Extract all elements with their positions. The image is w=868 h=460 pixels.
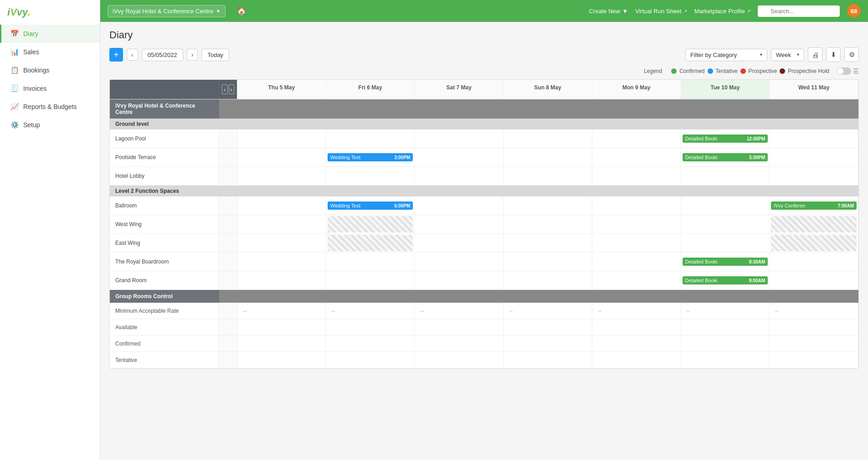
main-area: iVvy Royal Hotel & Conference Centre ▼ 🏠… [100,0,868,460]
lagoon-wed [770,129,858,148]
ballroom-sun [503,196,592,215]
search-input[interactable] [758,5,840,17]
setup-icon: ⚙️ [10,121,19,129]
ballroom-wed-event[interactable]: iVvy Conferen 7:00AM [771,202,857,210]
next-button[interactable]: › [187,49,198,61]
poolside-mon [592,148,681,166]
conf-thu [237,336,326,351]
export-button[interactable]: ⬇ [826,47,841,62]
row-index [219,271,237,289]
mar-thu: -- [237,303,326,319]
room-name-poolside: Poolside Terrace [110,148,219,166]
westwing-mon [592,215,681,233]
sales-icon: 📊 [10,48,19,56]
poolside-fri-event[interactable]: Wedding Test 3:00PM [328,153,413,161]
eastwing-sun [503,234,592,252]
sidebar-item-reports[interactable]: 📈 Reports & Budgets [0,98,100,116]
header-day-2: Sat 7 May [415,80,503,99]
sidebar-item-reports-label: Reports & Budgets [23,103,77,110]
mar-tue: -- [681,303,770,319]
westwing-fri [326,215,415,233]
boardroom-tue[interactable]: Detailed Booki 8:30AM [681,253,770,271]
lobby-thu [237,167,326,185]
virtual-run-sheet-label: Virtual Run Sheet [635,8,682,15]
marketplace-profile-label: Marketplace Profile [694,8,745,15]
today-button[interactable]: Today [201,49,229,61]
level2-fill [219,186,858,196]
create-new-link[interactable]: Create New ▼ [589,8,628,15]
header-nav-cell: ‹ › [219,80,237,99]
search-wrapper: 🔍 [758,5,840,17]
venue-selector-chevron: ▼ [216,9,221,14]
ballroom-wed[interactable]: iVvy Conferen 7:00AM [770,196,858,215]
diary-icon: 📅 [10,30,19,38]
ballroom-fri[interactable]: Wedding Test 6:00PM [326,196,415,215]
boardroom-mon [592,253,681,271]
venue-header-fill [219,99,858,119]
sidebar-item-sales-label: Sales [23,48,39,56]
mar-wed: -- [770,303,858,319]
grandroom-tue[interactable]: Detailed Booki 9:00AM [681,271,770,289]
table-row: Lagoon Pool Detailed Booki 12:00PM [110,129,858,148]
row-index [219,352,237,368]
boardroom-tue-event[interactable]: Detailed Booki 8:30AM [683,258,768,266]
venue-selector[interactable]: iVvy Royal Hotel & Conference Centre ▼ [108,5,226,17]
header-day-0: Thu 5 May [237,80,326,99]
event-time: 12:00PM [747,136,765,141]
header-label-cell [110,80,219,99]
avail-sun [503,319,592,335]
cal-next-button[interactable]: › [229,84,235,94]
print-button[interactable]: 🖨 [808,47,822,62]
lagoon-sun [503,129,592,148]
sidebar-item-diary[interactable]: 📅 Diary [0,25,100,43]
tent-fri [326,352,415,368]
add-button[interactable]: + [109,48,123,62]
marketplace-profile-link[interactable]: Marketplace Profile ↗ [694,8,750,15]
lagoon-tue[interactable]: Detailed Booki 12:00PM [681,129,770,148]
header-day-1: Fri 6 May [326,80,415,99]
user-badge[interactable]: 68 [847,4,861,18]
event-time: 8:30AM [749,259,765,264]
lagoon-tue-event[interactable]: Detailed Booki 12:00PM [683,134,768,143]
mar-sat: -- [415,303,503,319]
sidebar-item-bookings[interactable]: 📋 Bookings [0,61,100,79]
toggle-track[interactable] [837,67,851,75]
boardroom-sun [503,253,592,271]
header-day-6: Wed 11 May [770,80,858,99]
filter-select[interactable]: Filter by Category [685,49,767,61]
poolside-tue[interactable]: Detailed Booki 5:00PM [681,148,770,166]
event-time: 6:00PM [394,203,410,208]
row-index [219,319,237,335]
settings-button[interactable]: ⚙ [844,47,859,62]
eastwing-tue [681,234,770,252]
toggle-switch[interactable]: ☰ [837,67,859,75]
westwing-sat [415,215,503,233]
cal-prev-button[interactable]: ‹ [222,84,228,94]
tentative-label: Tentative [716,68,738,74]
poolside-tue-event[interactable]: Detailed Booki 5:00PM [683,153,768,161]
sidebar-item-sales[interactable]: 📊 Sales [0,43,100,61]
sidebar-item-invoices[interactable]: 🧾 Invoices [0,79,100,98]
legend-tentative: Tentative [716,68,738,74]
poolside-sat [415,148,503,166]
sidebar-item-setup[interactable]: ⚙️ Setup [0,116,100,134]
ballroom-sat [415,196,503,215]
hatched-pattern [771,235,857,251]
room-name-west-wing: West Wing [110,215,219,233]
prospective-dot [740,68,746,74]
conf-tue [681,336,770,351]
home-button[interactable]: 🏠 [233,4,250,18]
poolside-sun [503,148,592,166]
lobby-fri [326,167,415,185]
room-name-hotel-lobby: Hotel Lobby [110,167,219,185]
grandroom-tue-event[interactable]: Detailed Booki 9:00AM [683,276,768,284]
prev-button[interactable]: ‹ [127,49,138,61]
view-mode-select[interactable]: Week [771,49,804,61]
sidebar-nav: 📅 Diary 📊 Sales 📋 Bookings 🧾 Invoices 📈 … [0,25,100,134]
lobby-wed [770,167,858,185]
app-logo: iVvy. [0,0,100,25]
virtual-run-sheet-link[interactable]: Virtual Run Sheet ↗ [635,8,687,15]
ballroom-fri-event[interactable]: Wedding Test 6:00PM [328,202,413,210]
poolside-fri[interactable]: Wedding Test 3:00PM [326,148,415,166]
grandroom-sun [503,271,592,289]
